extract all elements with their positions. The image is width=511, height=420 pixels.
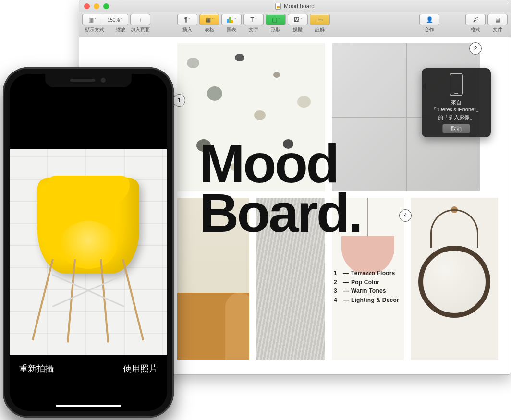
- zoom-label: 縮放: [116, 26, 125, 33]
- format-group: 🖌 格式: [465, 14, 486, 33]
- zoom-icon[interactable]: [103, 3, 109, 9]
- iphone-notch: [45, 74, 132, 87]
- media-label: 媒體: [293, 26, 303, 33]
- camera-preview: [10, 149, 167, 355]
- insert-group: ¶˅ 插入: [177, 14, 197, 33]
- table-button[interactable]: ▦˅: [199, 14, 219, 25]
- popover-message: 來自「"Derek's iPhone"」的「插入影像」: [426, 99, 487, 121]
- window-controls: [79, 3, 109, 9]
- use-photo-button[interactable]: 使用照片: [123, 363, 158, 374]
- text-group: T˅ 文字: [243, 14, 264, 33]
- text-button[interactable]: T˅: [243, 14, 264, 25]
- text-label: 文字: [249, 26, 258, 33]
- chart-button[interactable]: ˅: [221, 14, 242, 25]
- format-label: 格式: [471, 26, 480, 33]
- add-page-button[interactable]: ＋: [130, 14, 150, 25]
- legend-row: 3—Warm Tones: [334, 287, 399, 296]
- document-button[interactable]: ▤: [487, 14, 508, 25]
- table-group: ▦˅ 表格: [199, 14, 219, 33]
- iphone-device: 重新拍攝 使用照片: [3, 67, 174, 418]
- view-group: ▥˅ 150%˅ 顯示方式 縮放: [82, 14, 128, 33]
- headline-text[interactable]: Mood Board.: [199, 139, 361, 238]
- shape-group: ▢˅ 形狀: [266, 14, 286, 33]
- collaborate-button[interactable]: 👤: [419, 14, 439, 25]
- shape-label: 形狀: [271, 26, 280, 33]
- add-page-group: ＋ 加入頁面: [130, 14, 150, 33]
- view-button[interactable]: ▥˅: [82, 14, 102, 25]
- chart-group: ˅ 圖表: [221, 14, 242, 33]
- toolbar: ▥˅ 150%˅ 顯示方式 縮放 ＋ 加入頁面 ¶˅ 插入 ▦˅ 表格 ˅ 圖表…: [79, 12, 511, 37]
- legend-row: 1—Terrazzo Floors: [334, 269, 399, 278]
- image-mirror[interactable]: [411, 198, 498, 360]
- paintbrush-icon: 🖌: [473, 17, 478, 23]
- paragraph-icon: ¶: [184, 17, 187, 23]
- close-icon[interactable]: [84, 3, 90, 9]
- cancel-button[interactable]: 取消: [442, 124, 470, 133]
- callout-step-1: 1: [173, 94, 185, 107]
- collab-group: 👤 合作: [419, 14, 439, 33]
- iphone-outline-icon: [450, 73, 463, 96]
- legend[interactable]: 1—Terrazzo Floors 2—Pop Color 3—Warm Ton…: [334, 269, 399, 304]
- chart-icon: [227, 17, 233, 23]
- plus-icon: ＋: [137, 17, 143, 23]
- view-label: 顯示方式: [85, 26, 104, 33]
- document-panel-icon: ▤: [495, 17, 500, 23]
- home-indicator[interactable]: [56, 405, 121, 407]
- camera-bottom-bar: 重新拍攝 使用照片: [10, 354, 167, 411]
- comment-group: ▭ 註解: [310, 14, 330, 33]
- insert-button[interactable]: ¶˅: [177, 14, 197, 25]
- media-button[interactable]: 🖼˅: [288, 14, 308, 25]
- insert-label: 插入: [182, 26, 192, 33]
- document-icon: [275, 3, 281, 10]
- minimize-icon[interactable]: [94, 3, 99, 9]
- media-icon: 🖼: [293, 17, 299, 23]
- comment-button[interactable]: ▭: [310, 14, 330, 25]
- shape-icon: ▢: [272, 17, 277, 23]
- text-icon: T: [250, 17, 254, 23]
- format-button[interactable]: 🖌: [465, 14, 486, 25]
- table-label: 表格: [205, 26, 214, 33]
- callout-step-2: 2: [469, 42, 482, 55]
- document-label: 文件: [493, 26, 502, 33]
- collab-label: 合作: [425, 26, 434, 33]
- retake-button[interactable]: 重新拍攝: [19, 363, 54, 374]
- shape-button[interactable]: ▢˅: [266, 14, 286, 25]
- view-mode-icon: ▥: [88, 17, 94, 23]
- window-title: Mood board: [275, 3, 315, 10]
- document-group: ▤ 文件: [487, 14, 508, 33]
- zoom-value: 150%: [108, 17, 120, 23]
- continuity-camera-popover: 來自「"Derek's iPhone"」的「插入影像」 取消: [422, 68, 491, 137]
- table-icon: ▦: [206, 17, 211, 23]
- legend-row: 4—Lighting & Decor: [334, 296, 399, 305]
- window-title-label: Mood board: [284, 3, 315, 10]
- photo-subject-chair: [31, 168, 146, 341]
- iphone-screen: 重新拍攝 使用照片: [10, 74, 167, 411]
- media-group: 🖼˅ 媒體: [288, 14, 308, 33]
- comment-icon: ▭: [317, 17, 323, 23]
- zoom-select[interactable]: 150%˅: [102, 14, 128, 25]
- person-add-icon: 👤: [426, 17, 433, 23]
- add-page-label: 加入頁面: [131, 26, 150, 33]
- window-titlebar[interactable]: Mood board: [79, 0, 511, 12]
- chart-label: 圖表: [227, 26, 236, 33]
- callout-step-4: 4: [399, 209, 412, 222]
- comment-label: 註解: [315, 26, 325, 33]
- legend-row: 2—Pop Color: [334, 278, 399, 287]
